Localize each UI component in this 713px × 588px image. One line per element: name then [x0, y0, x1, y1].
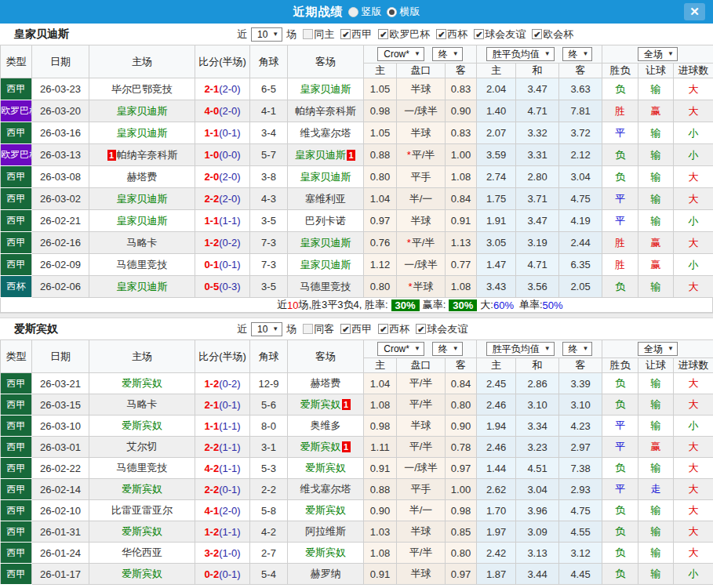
home-team-name: 马略卡 — [127, 398, 158, 410]
odds-final-select[interactable]: 终▼ — [562, 47, 593, 61]
handicap-outcome: 输 — [638, 276, 674, 298]
full-match-select[interactable]: 全场▼ — [638, 342, 678, 356]
league-checkbox[interactable]: ✔ — [436, 29, 446, 39]
fulltime-score: 0-1 — [204, 259, 219, 270]
col-handicap-home: 主 — [364, 64, 397, 78]
bookmaker-select[interactable]: Crow*▼ — [377, 342, 424, 356]
league-checkbox[interactable]: ✔ — [378, 324, 388, 334]
chevron-down-icon: ▼ — [583, 343, 589, 355]
col-type: 类型 — [1, 45, 32, 78]
league-label[interactable]: 欧罗巴杯 — [389, 27, 430, 42]
league-checkbox[interactable]: ✔ — [340, 324, 351, 334]
halftime-score: (0-2) — [219, 237, 240, 249]
handicap-line: 半球 — [397, 564, 446, 585]
fulltime-score: 1-1 — [204, 420, 219, 432]
away-team-name: 皇家贝迪斯 — [300, 259, 351, 270]
corner-score: 3-4 — [250, 122, 288, 144]
league-checkbox[interactable]: ✔ — [416, 324, 426, 334]
goals-outcome: 大 — [674, 500, 713, 521]
goals-outcome: 大 — [674, 100, 713, 122]
result-outcome: 平 — [602, 210, 638, 232]
league-label[interactable]: 球会友谊 — [485, 27, 526, 42]
handicap-outcome: 输 — [638, 416, 674, 437]
match-score: 1-1(1-1) — [195, 210, 250, 232]
full-match-select[interactable]: 全场▼ — [638, 47, 678, 61]
col-away: 客场 — [288, 45, 364, 78]
away-team: 爱斯宾奴 — [288, 543, 364, 564]
home-team-name: 爱斯宾奴 — [122, 419, 162, 431]
same-side-label[interactable]: 同主 — [314, 27, 334, 42]
home-team: 爱斯宾奴 — [89, 521, 195, 543]
handicap-final-select[interactable]: 终▼ — [432, 342, 463, 356]
odds-away: 4.23 — [559, 416, 602, 437]
bookmaker-select[interactable]: Crow*▼ — [377, 47, 424, 61]
league-label[interactable]: 西杯 — [389, 322, 409, 336]
away-team: 皇家贝迪斯 — [288, 254, 364, 276]
same-side-checkbox[interactable] — [303, 29, 313, 39]
horizontal-layout-radio[interactable] — [387, 7, 397, 17]
odds-final-select[interactable]: 终▼ — [562, 342, 593, 356]
match-type-badge: 西甲 — [1, 500, 32, 521]
col-odds-draw: 和 — [516, 358, 559, 373]
match-date: 26-02-10 — [32, 500, 89, 521]
corner-score: 3-1 — [250, 437, 288, 458]
home-team-name: 毕尔巴鄂竞技 — [111, 83, 173, 95]
league-checkbox[interactable]: ✔ — [378, 29, 388, 39]
league-checkbox[interactable]: ✔ — [474, 29, 484, 39]
corner-score: 2-7 — [250, 543, 288, 564]
match-row: 西甲26-03-08赫塔费2-0(2-0)3-8皇家贝迪斯0.80平手1.082… — [1, 166, 713, 188]
away-team-name: 爱斯宾奴 — [305, 504, 346, 516]
home-team-name: 华伦西亚 — [122, 546, 162, 558]
home-team-name: 皇家贝迪斯 — [117, 215, 168, 227]
close-button[interactable]: ✕ — [684, 3, 705, 20]
match-count-select[interactable]: 10▼ — [251, 322, 282, 336]
halftime-score: (0-0) — [219, 149, 240, 161]
away-team: 爱斯宾奴1 — [288, 437, 364, 458]
win-rate-badge: 30% — [391, 299, 420, 311]
col-home: 主场 — [89, 45, 195, 78]
home-team-name: 爱斯宾奴 — [122, 525, 162, 537]
result-outcome: 负 — [602, 564, 638, 585]
vertical-layout-label[interactable]: 竖版 — [362, 5, 382, 19]
chevron-down-icon: ▼ — [453, 48, 459, 60]
league-label[interactable]: 西甲 — [351, 27, 372, 42]
odds-average-select[interactable]: 胜平负均值▼ — [486, 342, 555, 356]
handicap-home-odds: 0.97 — [364, 210, 397, 232]
corner-score: 5-6 — [250, 394, 288, 416]
handicap-final-select[interactable]: 终▼ — [432, 47, 463, 61]
away-team: 维戈塞尔塔 — [288, 479, 364, 500]
match-count-select[interactable]: 10▼ — [251, 27, 282, 42]
odds-average-select[interactable]: 胜平负均值▼ — [486, 47, 555, 61]
halftime-score: (0-2) — [219, 378, 240, 390]
league-label[interactable]: 西杯 — [447, 27, 467, 42]
vertical-layout-radio[interactable] — [348, 7, 358, 17]
corner-score: 5-4 — [250, 564, 288, 585]
match-row: 西甲26-03-01艾尔切2-2(1-1)3-1爱斯宾奴11.11平/半0.78… — [1, 437, 713, 458]
handicap-outcome: 输 — [638, 122, 674, 144]
same-side-label[interactable]: 同客 — [314, 322, 334, 336]
league-label[interactable]: 球会友谊 — [427, 322, 467, 336]
league-label[interactable]: 西甲 — [351, 322, 372, 336]
league-checkbox[interactable]: ✔ — [532, 29, 542, 39]
handicap-outcome: 输 — [638, 210, 674, 232]
red-card-badge: 1 — [107, 150, 116, 161]
away-team: 赫塔费 — [288, 373, 364, 394]
league-checkbox[interactable]: ✔ — [340, 29, 351, 39]
handicap-line: 半球 — [397, 122, 446, 144]
same-side-checkbox[interactable] — [303, 324, 313, 334]
chevron-down-icon: ▼ — [272, 28, 278, 41]
league-label[interactable]: 欧会杯 — [543, 27, 573, 42]
odds-home: 2.62 — [477, 479, 516, 500]
home-team: 马略卡 — [89, 394, 195, 416]
away-team-name: 皇家贝迪斯 — [300, 83, 351, 95]
horizontal-layout-label[interactable]: 横版 — [400, 5, 420, 19]
odds-away: 2.44 — [559, 232, 602, 254]
home-team-name: 马德里竞技 — [117, 462, 168, 474]
home-team-name: 比雷亚雷亚尔 — [111, 504, 173, 516]
match-date: 26-02-21 — [32, 210, 89, 232]
fulltime-score: 3-2 — [204, 547, 219, 559]
handicap-home-odds: 0.80 — [364, 166, 397, 188]
home-team-name: 皇家贝迪斯 — [117, 127, 168, 139]
match-row: 西甲26-01-31爱斯宾奴1-2(1-1)4-2阿拉维斯1.03半球0.851… — [1, 521, 713, 543]
home-team: 赫塔费 — [89, 166, 195, 188]
